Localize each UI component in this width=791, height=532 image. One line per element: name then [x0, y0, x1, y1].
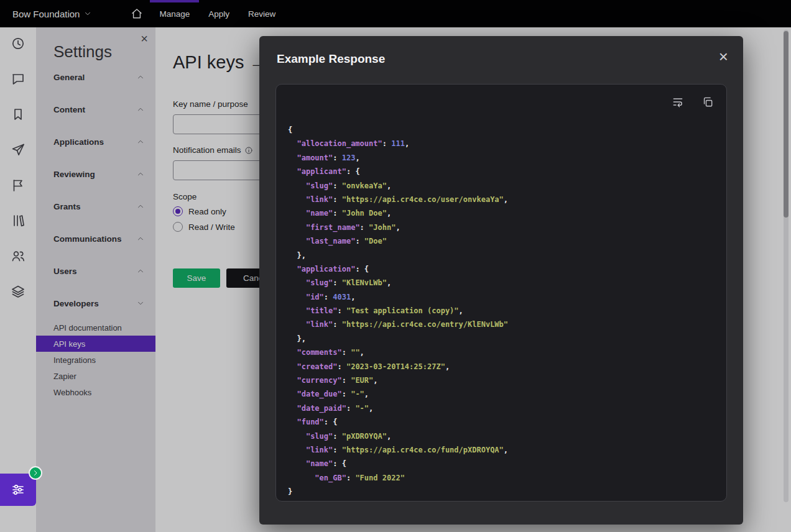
wrap-button[interactable]: [672, 96, 684, 108]
example-response-modal: Example Response × { "allocation_amount"…: [259, 36, 743, 525]
modal-close-button[interactable]: ×: [719, 48, 728, 65]
code-line: "last_name": "Doe": [288, 234, 726, 248]
code-line: "name": "John Doe",: [288, 206, 726, 220]
code-line: "applicant": {: [288, 165, 726, 178]
app: Bow Foundation ManageApplyReview × Setti…: [0, 0, 791, 532]
code-line: "date_paid": "-",: [288, 401, 726, 415]
code-line: "created": "2023-03-20T14:25:27Z",: [288, 360, 726, 374]
code-line: "comments": "",: [288, 346, 726, 359]
code-line: "slug": "KlENvLWb",: [288, 276, 726, 290]
modal-title: Example Response: [277, 52, 385, 66]
code-line: "slug": "onvkeaYa",: [288, 179, 726, 193]
code-line: "name": {: [288, 457, 726, 470]
code-line: "date_due": "-",: [288, 387, 726, 401]
code-line: },: [288, 249, 726, 262]
copy-icon: [701, 96, 714, 108]
code-line: "link": "https://api.cr4ce.co/user/onvke…: [288, 193, 726, 206]
code-line: "slug": "pXDROYQA",: [288, 429, 726, 443]
code-line: "link": "https://api.cr4ce.co/entry/KlEN…: [288, 318, 726, 331]
code-line: "en_GB": "Fund 2022": [288, 471, 726, 485]
code-line: {: [288, 123, 726, 137]
code-line: "id": 4031,: [288, 290, 726, 304]
sliders-icon: [11, 482, 25, 497]
code-line: "fund": {: [288, 415, 726, 429]
code-line: "application": {: [288, 262, 726, 276]
chevron-right-icon: [31, 469, 40, 477]
code-line: "allocation_amount": 111,: [288, 137, 726, 150]
code-line: }: [288, 485, 726, 498]
code-line: "title": "Test application (copy)",: [288, 304, 726, 318]
code-line: "currency": "EUR",: [288, 374, 726, 387]
widget-expand-button[interactable]: [29, 466, 42, 480]
code-toolbar: [672, 96, 714, 108]
code-line: "amount": 123,: [288, 151, 726, 165]
copy-button[interactable]: [701, 96, 714, 108]
code-line: "link": "https://api.cr4ce.co/fund/pXDRO…: [288, 443, 726, 457]
preferences-widget-button[interactable]: [0, 474, 36, 506]
code-content: { "allocation_amount": 111, "amount": 12…: [288, 123, 726, 499]
code-block: { "allocation_amount": 111, "amount": 12…: [275, 84, 727, 502]
code-line: },: [288, 332, 726, 346]
code-line: "first_name": "John",: [288, 221, 726, 234]
floating-widget: [0, 474, 36, 506]
wrap-icon: [672, 96, 684, 108]
